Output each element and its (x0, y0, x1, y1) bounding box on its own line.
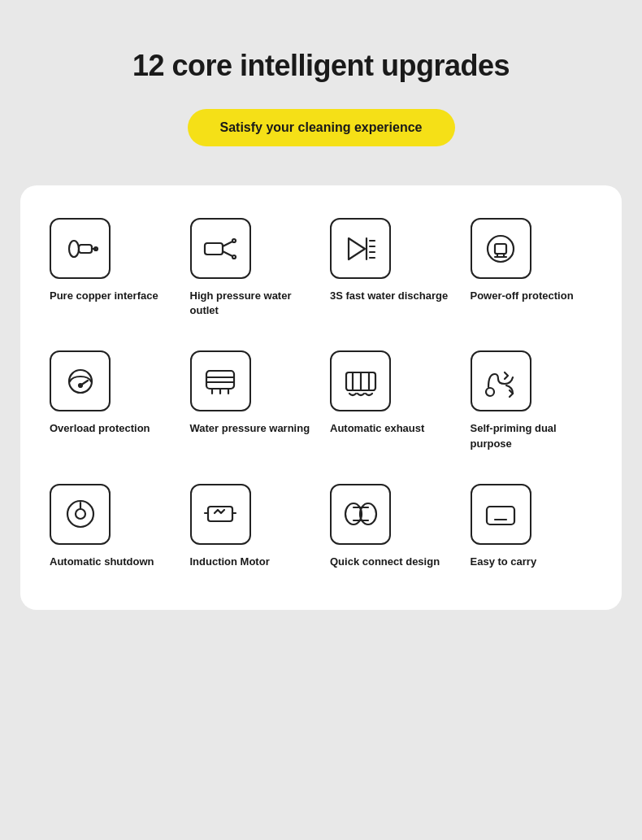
auto-exhaust-label: Automatic exhaust (330, 421, 424, 436)
power-off-icon-box (471, 218, 531, 279)
3s-discharge-icon-box (330, 218, 391, 279)
svg-rect-35 (208, 507, 232, 521)
water-pressure-icon-box (190, 350, 251, 411)
feature-item-overload: Overload protection (45, 350, 177, 450)
self-priming-label: Self-priming dual purpose (471, 421, 593, 450)
pure-copper-icon-box (50, 218, 111, 279)
svg-rect-14 (495, 244, 506, 254)
feature-item-power-off: Power-off protection (466, 218, 598, 318)
svg-point-33 (76, 509, 85, 519)
feature-item-quick-connect: Quick connect design (325, 484, 458, 569)
feature-item-auto-shutdown: Automatic shutdown (45, 484, 177, 569)
water-pressure-label: Water pressure warning (190, 421, 310, 436)
induction-motor-label: Induction Motor (190, 555, 270, 569)
feature-item-high-pressure: High pressure water outlet (185, 218, 318, 318)
feature-item-induction-motor: Induction Motor (185, 484, 318, 569)
auto-shutdown-icon-box (50, 484, 111, 545)
feature-item-self-priming: Self-priming dual purpose (466, 350, 598, 450)
easy-carry-label: Easy to carry (471, 555, 537, 569)
subtitle-button[interactable]: Satisfy your cleaning experience (188, 109, 455, 146)
auto-exhaust-icon-box (330, 350, 391, 411)
induction-motor-icon-box (190, 484, 251, 545)
power-off-label: Power-off protection (471, 289, 574, 303)
svg-point-13 (488, 236, 514, 262)
feature-item-water-pressure: Water pressure warning (185, 350, 318, 450)
svg-point-20 (79, 384, 82, 387)
self-priming-icon-box (471, 350, 531, 411)
features-grid: Pure copper interface High pressure wate… (45, 218, 597, 569)
overload-icon-box (50, 350, 111, 411)
feature-item-auto-exhaust: Automatic exhaust (325, 350, 458, 450)
quick-connect-icon-box (330, 484, 391, 545)
high-pressure-label: High pressure water outlet (190, 289, 313, 318)
overload-label: Overload protection (50, 421, 150, 436)
svg-point-0 (69, 241, 79, 257)
easy-carry-icon-box (471, 484, 531, 545)
svg-rect-42 (487, 507, 514, 524)
feature-item-easy-carry: Easy to carry (466, 484, 598, 569)
feature-item-3s-discharge: 3S fast water discharge (325, 218, 458, 318)
svg-point-5 (232, 239, 236, 242)
svg-marker-7 (349, 238, 365, 259)
svg-point-31 (486, 388, 494, 396)
svg-point-18 (69, 370, 92, 393)
high-pressure-icon-box (190, 218, 251, 279)
auto-shutdown-label: Automatic shutdown (50, 555, 154, 569)
feature-item-pure-copper: Pure copper interface (45, 218, 177, 318)
svg-rect-4 (205, 243, 223, 255)
svg-rect-21 (206, 371, 234, 389)
3s-discharge-label: 3S fast water discharge (330, 289, 448, 303)
svg-rect-1 (79, 245, 92, 253)
pure-copper-label: Pure copper interface (50, 289, 158, 303)
quick-connect-label: Quick connect design (330, 555, 440, 569)
page-title: 12 core intelligent upgrades (132, 49, 510, 83)
features-card: Pure copper interface High pressure wate… (20, 185, 622, 610)
svg-point-6 (232, 255, 236, 259)
